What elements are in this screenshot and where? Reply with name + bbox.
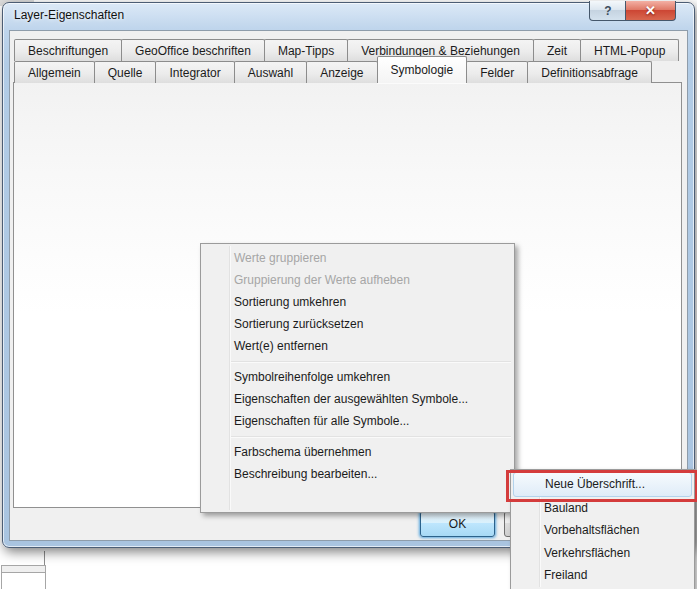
context-menu-item[interactable]: Sortierung zurücksetzen ► [201, 313, 514, 335]
context-menu-item[interactable]: Eigenschaften für alle Symbole... ► [201, 410, 514, 432]
context-menu-item[interactable]: Eigenschaften der ausgewählten Symbole..… [201, 388, 514, 410]
tab[interactable]: Felder [466, 61, 528, 83]
close-button[interactable]: ✕ [625, 1, 676, 21]
menu-item-label: Wert(e) entfernen [234, 339, 328, 353]
ok-button[interactable]: OK [420, 511, 495, 537]
submenu-item[interactable]: Vorbehaltsflächen [511, 519, 694, 542]
tab[interactable]: Anzeige [306, 61, 377, 83]
context-menu-item[interactable]: Farbschema übernehmen ► [201, 441, 514, 463]
context-menu: Werte gruppieren ► Gruppierung der Werte… [200, 243, 515, 513]
context-menu-item[interactable]: Beschreibung bearbeiten... ► [201, 463, 514, 485]
tab[interactable]: Symbologie [377, 56, 468, 83]
context-menu-item[interactable]: Symbolreihenfolge umkehren ► [201, 366, 514, 388]
context-menu-item[interactable]: Werte gruppieren ► [201, 247, 514, 269]
background-panel-header [2, 566, 45, 573]
menu-item-label: Farbschema übernehmen [234, 445, 371, 459]
menu-item-label: Beschreibung bearbeiten... [234, 467, 377, 481]
annotation-highlight-rectangle [506, 470, 697, 502]
screen: Layer-Eigenschaften ? ✕ BeschriftungenGe… [0, 0, 697, 589]
background-panel-corner [1, 565, 46, 589]
tab[interactable]: Zeit [533, 39, 581, 61]
menu-item-label: Eigenschaften für alle Symbole... [234, 414, 409, 428]
tab[interactable]: Definitionsabfrage [527, 61, 652, 83]
submenu-item[interactable]: Freiland [511, 564, 694, 587]
tab[interactable]: Auswahl [234, 61, 307, 83]
tab[interactable]: HTML-Popup [580, 39, 679, 61]
help-icon: ? [604, 4, 611, 18]
tab[interactable]: Quelle [94, 61, 157, 83]
tab[interactable]: Integrator [155, 61, 234, 83]
tab[interactable]: Allgemein [14, 61, 95, 83]
menu-item-label: Sortierung zurücksetzen [234, 317, 363, 331]
help-button[interactable]: ? [589, 1, 627, 21]
menu-item-label: Bauland [544, 501, 588, 515]
context-menu-item[interactable]: Sortierung umkehren ► [201, 291, 514, 313]
tab[interactable]: Beschriftungen [14, 39, 122, 61]
menu-item-label: Verkehrsflächen [544, 546, 630, 560]
context-menu-item[interactable]: Gruppierung der Werte aufheben ► [201, 269, 514, 291]
tab[interactable]: GeoOffice beschriften [121, 39, 265, 61]
menu-item-label: Eigenschaften der ausgewählten Symbole..… [234, 392, 468, 406]
close-icon: ✕ [645, 3, 656, 18]
tab-row-back: BeschriftungenGeoOffice beschriftenMap-T… [14, 38, 678, 61]
menu-item-label: Vorbehaltsflächen [544, 523, 639, 537]
dialog-title: Layer-Eigenschaften [14, 8, 124, 22]
submenu-item[interactable]: Verkehrsflächen [511, 542, 694, 565]
tab-row-front: AllgemeinQuelleIntegratorAuswahlAnzeigeS… [14, 61, 651, 83]
context-menu-item[interactable]: Wert(e) entfernen ► [201, 335, 514, 357]
menu-item-label: Gruppierung der Werte aufheben [234, 273, 410, 287]
menu-item-label: Sortierung umkehren [234, 295, 346, 309]
tab[interactable]: Map-Tipps [264, 39, 348, 61]
menu-item-label: Freiland [544, 568, 587, 582]
menu-item-label: Werte gruppieren [234, 251, 327, 265]
menu-item-label: Symbolreihenfolge umkehren [234, 370, 390, 384]
